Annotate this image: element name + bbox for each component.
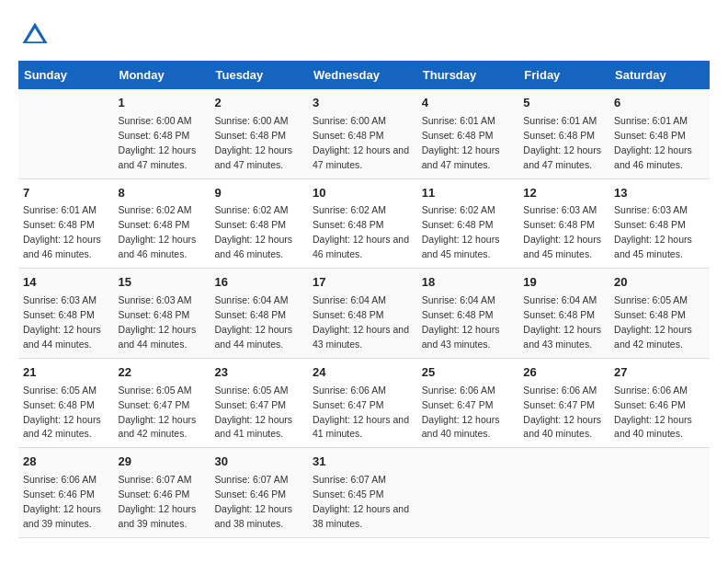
daylight-text: Daylight: 12 hours and 46 minutes. <box>614 144 692 170</box>
sunrise-text: Sunrise: 6:03 AM <box>119 294 192 305</box>
sunrise-text: Sunrise: 6:04 AM <box>313 294 386 305</box>
calendar-table: SundayMondayTuesdayWednesdayThursdayFrid… <box>18 61 710 538</box>
sunrise-text: Sunrise: 6:06 AM <box>422 385 495 396</box>
weekday-header: Tuesday <box>210 61 308 89</box>
sunset-text: Sunset: 6:48 PM <box>523 130 595 141</box>
daylight-text: Daylight: 12 hours and 40 minutes. <box>523 414 601 440</box>
daylight-text: Daylight: 12 hours and 43 minutes. <box>313 324 409 350</box>
day-number: 17 <box>313 274 413 292</box>
day-number: 11 <box>422 185 515 202</box>
sunset-text: Sunset: 6:46 PM <box>214 488 286 500</box>
sunset-text: Sunset: 6:48 PM <box>214 219 286 230</box>
daylight-text: Daylight: 12 hours and 46 minutes. <box>119 234 197 259</box>
calendar-body: 1 Sunrise: 6:00 AM Sunset: 6:48 PM Dayli… <box>18 89 710 537</box>
sunrise-text: Sunrise: 6:01 AM <box>23 204 97 215</box>
sunrise-text: Sunrise: 6:05 AM <box>119 385 192 396</box>
logo-icon <box>18 18 51 52</box>
day-number: 22 <box>119 364 206 382</box>
calendar-cell: 7 Sunrise: 6:01 AM Sunset: 6:48 PM Dayli… <box>18 178 114 269</box>
sunset-text: Sunset: 6:48 PM <box>23 399 95 410</box>
day-number: 26 <box>523 364 605 382</box>
daylight-text: Daylight: 12 hours and 46 minutes. <box>23 234 101 259</box>
sunset-text: Sunset: 6:48 PM <box>119 130 190 141</box>
calendar-cell: 14 Sunrise: 6:03 AM Sunset: 6:48 PM Dayl… <box>18 269 114 359</box>
daylight-text: Daylight: 12 hours and 39 minutes. <box>23 503 101 529</box>
sunrise-text: Sunrise: 6:07 AM <box>313 474 386 485</box>
daylight-text: Daylight: 12 hours and 47 minutes. <box>422 144 500 170</box>
sunset-text: Sunset: 6:46 PM <box>23 488 95 500</box>
sunset-text: Sunset: 6:47 PM <box>422 399 494 410</box>
sunset-text: Sunset: 6:48 PM <box>523 219 595 230</box>
calendar-cell: 8 Sunrise: 6:02 AM Sunset: 6:48 PM Dayli… <box>114 178 210 269</box>
sunset-text: Sunset: 6:48 PM <box>313 309 384 320</box>
sunrise-text: Sunrise: 6:05 AM <box>614 294 688 305</box>
sunrise-text: Sunrise: 6:01 AM <box>614 115 688 126</box>
sunset-text: Sunset: 6:48 PM <box>523 309 595 320</box>
calendar-cell: 12 Sunrise: 6:03 AM Sunset: 6:48 PM Dayl… <box>518 178 609 269</box>
sunrise-text: Sunrise: 6:00 AM <box>214 115 288 126</box>
day-number: 14 <box>23 274 109 292</box>
calendar-cell: 31 Sunrise: 6:07 AM Sunset: 6:45 PM Dayl… <box>308 448 417 538</box>
day-number: 3 <box>313 95 413 112</box>
calendar-cell: 21 Sunrise: 6:05 AM Sunset: 6:48 PM Dayl… <box>18 358 114 448</box>
daylight-text: Daylight: 12 hours and 41 minutes. <box>313 414 409 440</box>
day-number: 16 <box>214 274 303 292</box>
day-number: 23 <box>214 364 303 382</box>
sunrise-text: Sunrise: 6:00 AM <box>119 115 192 126</box>
daylight-text: Daylight: 12 hours and 44 minutes. <box>214 324 292 350</box>
sunrise-text: Sunrise: 6:04 AM <box>422 294 495 305</box>
calendar-cell: 20 Sunrise: 6:05 AM Sunset: 6:48 PM Dayl… <box>609 269 710 359</box>
daylight-text: Daylight: 12 hours and 44 minutes. <box>119 324 197 350</box>
sunrise-text: Sunrise: 6:07 AM <box>119 474 192 485</box>
day-number: 7 <box>23 185 109 202</box>
daylight-text: Daylight: 12 hours and 39 minutes. <box>119 503 197 529</box>
sunset-text: Sunset: 6:48 PM <box>614 130 686 141</box>
weekday-header: Monday <box>114 61 210 89</box>
daylight-text: Daylight: 12 hours and 45 minutes. <box>614 234 692 259</box>
daylight-text: Daylight: 12 hours and 42 minutes. <box>119 414 197 440</box>
daylight-text: Daylight: 12 hours and 45 minutes. <box>523 234 601 259</box>
calendar-cell <box>417 448 519 538</box>
day-number: 21 <box>23 364 109 382</box>
day-number: 10 <box>313 185 413 202</box>
sunrise-text: Sunrise: 6:02 AM <box>422 204 495 215</box>
day-number: 12 <box>523 185 605 202</box>
weekday-header: Thursday <box>417 61 519 89</box>
sunrise-text: Sunrise: 6:03 AM <box>23 294 97 305</box>
weekday-header: Saturday <box>609 61 710 89</box>
sunset-text: Sunset: 6:46 PM <box>614 399 686 410</box>
calendar-cell: 17 Sunrise: 6:04 AM Sunset: 6:48 PM Dayl… <box>308 269 417 359</box>
day-number: 2 <box>214 95 303 112</box>
sunrise-text: Sunrise: 6:02 AM <box>214 204 288 215</box>
sunrise-text: Sunrise: 6:03 AM <box>614 204 688 215</box>
calendar-cell: 25 Sunrise: 6:06 AM Sunset: 6:47 PM Dayl… <box>417 358 519 448</box>
sunset-text: Sunset: 6:48 PM <box>422 130 494 141</box>
calendar-cell: 18 Sunrise: 6:04 AM Sunset: 6:48 PM Dayl… <box>417 269 519 359</box>
calendar-cell: 4 Sunrise: 6:01 AM Sunset: 6:48 PM Dayli… <box>417 89 519 178</box>
day-number: 27 <box>614 364 705 382</box>
day-number: 6 <box>614 95 705 112</box>
calendar-cell: 27 Sunrise: 6:06 AM Sunset: 6:46 PM Dayl… <box>609 358 710 448</box>
daylight-text: Daylight: 12 hours and 45 minutes. <box>422 234 500 259</box>
day-number: 28 <box>23 454 109 471</box>
calendar-cell: 24 Sunrise: 6:06 AM Sunset: 6:47 PM Dayl… <box>308 358 417 448</box>
sunset-text: Sunset: 6:48 PM <box>614 309 686 320</box>
calendar-cell: 11 Sunrise: 6:02 AM Sunset: 6:48 PM Dayl… <box>417 178 519 269</box>
daylight-text: Daylight: 12 hours and 46 minutes. <box>313 234 409 259</box>
sunrise-text: Sunrise: 6:07 AM <box>214 474 288 485</box>
day-number: 8 <box>119 185 206 202</box>
calendar-cell <box>609 448 710 538</box>
weekday-header: Friday <box>518 61 609 89</box>
calendar-cell: 9 Sunrise: 6:02 AM Sunset: 6:48 PM Dayli… <box>210 178 308 269</box>
calendar-cell <box>518 448 609 538</box>
daylight-text: Daylight: 12 hours and 38 minutes. <box>214 503 292 529</box>
day-number: 19 <box>523 274 605 292</box>
sunset-text: Sunset: 6:48 PM <box>214 309 286 320</box>
calendar-cell: 2 Sunrise: 6:00 AM Sunset: 6:48 PM Dayli… <box>210 89 308 178</box>
sunrise-text: Sunrise: 6:05 AM <box>23 385 97 396</box>
calendar-week-row: 28 Sunrise: 6:06 AM Sunset: 6:46 PM Dayl… <box>18 448 710 538</box>
logo <box>18 18 57 52</box>
daylight-text: Daylight: 12 hours and 44 minutes. <box>23 324 101 350</box>
day-number: 9 <box>214 185 303 202</box>
weekday-header: Sunday <box>18 61 114 89</box>
